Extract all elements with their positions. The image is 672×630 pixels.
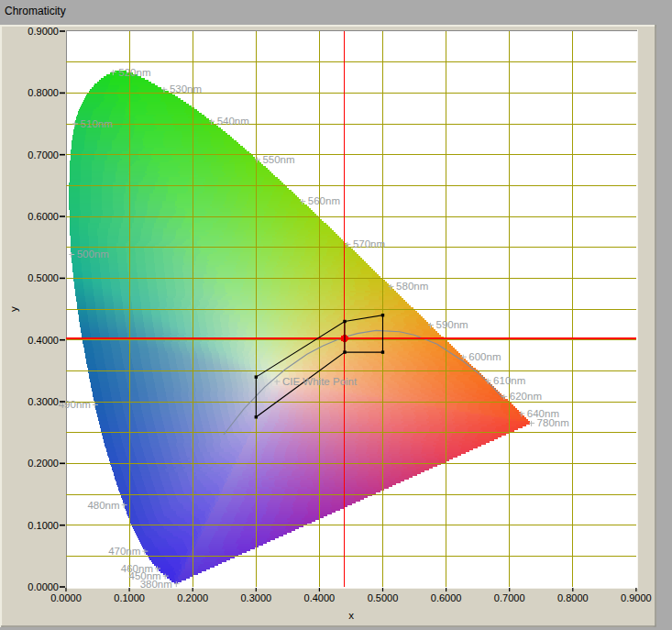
- svg-text:0.0000: 0.0000: [50, 592, 82, 603]
- svg-text:600nm: 600nm: [468, 351, 501, 362]
- svg-text:0.5000: 0.5000: [368, 592, 399, 603]
- svg-text:0.6000: 0.6000: [28, 211, 59, 222]
- svg-text:0.3000: 0.3000: [28, 396, 59, 407]
- svg-text:480nm: 480nm: [87, 500, 119, 511]
- svg-text:540nm: 540nm: [217, 116, 249, 127]
- svg-text:550nm: 550nm: [262, 154, 294, 165]
- svg-text:510nm: 510nm: [81, 118, 113, 129]
- svg-text:0.2000: 0.2000: [177, 592, 208, 603]
- svg-text:490nm: 490nm: [59, 399, 91, 410]
- svg-text:500nm: 500nm: [77, 249, 109, 260]
- svg-text:0.5000: 0.5000: [28, 272, 59, 283]
- svg-text:530nm: 530nm: [170, 83, 202, 94]
- svg-text:380nm: 380nm: [140, 579, 172, 590]
- svg-text:560nm: 560nm: [308, 195, 340, 206]
- svg-text:0.7000: 0.7000: [28, 149, 59, 160]
- svg-text:0.8000: 0.8000: [28, 87, 59, 98]
- svg-text:570nm: 570nm: [353, 238, 385, 249]
- svg-text:590nm: 590nm: [436, 319, 468, 330]
- svg-text:0.6000: 0.6000: [431, 592, 462, 603]
- svg-text:620nm: 620nm: [510, 391, 542, 402]
- svg-text:580nm: 580nm: [396, 281, 428, 292]
- svg-text:0.1000: 0.1000: [28, 520, 59, 531]
- svg-text:0.1000: 0.1000: [114, 592, 145, 603]
- svg-text:520nm: 520nm: [118, 67, 150, 78]
- svg-text:780nm: 780nm: [537, 417, 569, 428]
- svg-text:CIE White Point: CIE White Point: [282, 376, 358, 387]
- svg-text:0.4000: 0.4000: [28, 335, 59, 346]
- svg-text:x: x: [348, 610, 354, 621]
- svg-text:Chromaticity: Chromaticity: [5, 5, 66, 17]
- svg-text:0.2000: 0.2000: [28, 458, 59, 469]
- svg-text:0.7000: 0.7000: [494, 592, 525, 603]
- svg-text:470nm: 470nm: [108, 546, 140, 557]
- svg-text:0.3000: 0.3000: [240, 592, 271, 603]
- svg-text:610nm: 610nm: [493, 375, 525, 386]
- svg-text:0.9000: 0.9000: [28, 26, 59, 37]
- svg-text:y: y: [8, 306, 19, 312]
- svg-text:0.0000: 0.0000: [28, 581, 59, 592]
- svg-text:0.8000: 0.8000: [557, 592, 589, 603]
- svg-text:0.4000: 0.4000: [304, 592, 336, 603]
- svg-text:0.9000: 0.9000: [621, 592, 652, 603]
